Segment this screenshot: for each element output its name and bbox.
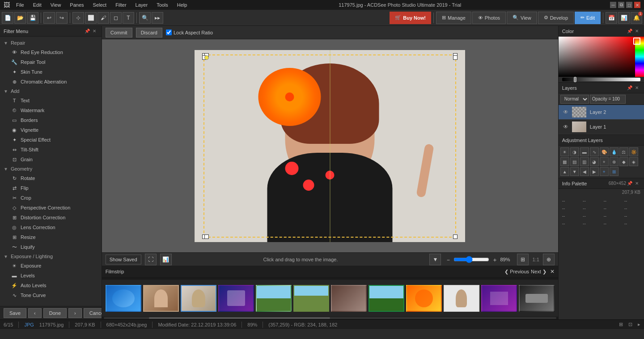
- status-screen-btn[interactable]: ⊞: [619, 322, 623, 327]
- adj-contrast[interactable]: ◑: [570, 147, 579, 156]
- adj-more7[interactable]: ◀: [580, 167, 589, 176]
- commit-button[interactable]: Commit: [106, 28, 132, 38]
- toolbar-select[interactable]: ⊹: [72, 12, 84, 24]
- toolbar-redo[interactable]: ↪: [56, 12, 68, 24]
- next-button[interactable]: ›: [68, 308, 82, 318]
- filter-repair-tool[interactable]: 🔧 Repair Tool: [0, 57, 102, 67]
- adj-photo-filter[interactable]: 🔆: [629, 147, 638, 156]
- menu-filter[interactable]: Filter: [113, 1, 129, 8]
- filter-perspective[interactable]: ◇ Perspective Correction: [0, 203, 102, 213]
- save-button[interactable]: Save: [4, 308, 26, 318]
- develop-button[interactable]: ⚙ Develop: [538, 12, 574, 24]
- zoom-out-button[interactable]: －: [445, 256, 452, 263]
- opacity-input[interactable]: [590, 95, 626, 104]
- adj-posterize[interactable]: ▤: [570, 157, 579, 166]
- adj-hue[interactable]: 🎨: [600, 147, 609, 156]
- adj-levels[interactable]: ▬: [580, 147, 589, 156]
- canvas-area[interactable]: [102, 39, 558, 252]
- filter-vignette[interactable]: ◉ Vignette: [0, 125, 102, 135]
- thumb-2[interactable]: [143, 285, 179, 312]
- view-button[interactable]: 🔍 View: [507, 12, 537, 24]
- thumb-12[interactable]: [519, 285, 555, 312]
- cancel-button[interactable]: Cancel: [84, 308, 102, 318]
- menu-help[interactable]: Help: [174, 1, 190, 8]
- thumb-5[interactable]: [256, 285, 292, 312]
- thumb-1[interactable]: [106, 285, 141, 312]
- menu-panes[interactable]: Panes: [67, 1, 86, 8]
- section-geometry[interactable]: ▼ Geometry: [0, 164, 102, 173]
- filter-crop[interactable]: ✂ Crop: [0, 193, 102, 203]
- menu-tools[interactable]: Tools: [154, 1, 171, 8]
- adj-add-2[interactable]: ⊞: [610, 167, 619, 176]
- thumb-4[interactable]: [218, 285, 254, 312]
- filter-watermark[interactable]: © Watermark: [0, 105, 102, 115]
- filter-skin-tune[interactable]: ✦ Skin Tune: [0, 67, 102, 77]
- color-gradient-area[interactable]: [559, 37, 644, 77]
- info-close[interactable]: ✕: [633, 180, 640, 187]
- panel-close-button[interactable]: ✕: [91, 28, 98, 35]
- next-image-button[interactable]: Next ❯: [531, 269, 547, 275]
- menu-file[interactable]: File: [13, 1, 27, 8]
- adj-more3[interactable]: ◆: [619, 157, 628, 166]
- toolbar-brush[interactable]: 🖌: [97, 12, 109, 24]
- adj-curves[interactable]: ∿: [590, 147, 599, 156]
- toolbar-save[interactable]: 💾: [27, 12, 38, 24]
- toolbar-notifications[interactable]: 🔔1: [631, 12, 642, 24]
- status-more-btn[interactable]: ▸: [638, 322, 640, 327]
- status-pane-btn[interactable]: ⊡: [628, 322, 632, 327]
- thumb-3[interactable]: [181, 285, 216, 312]
- adj-more6[interactable]: ▼: [570, 167, 579, 176]
- adj-more8[interactable]: ▶: [590, 167, 599, 176]
- menu-view[interactable]: View: [48, 1, 64, 8]
- zoom-fit-button[interactable]: ⊞: [517, 254, 529, 265]
- color-slider-thumb[interactable]: [574, 77, 576, 82]
- adj-selective-color[interactable]: ◕: [590, 157, 599, 166]
- thumb-10[interactable]: [444, 285, 479, 312]
- toolbar-crop[interactable]: ⬜: [85, 12, 97, 24]
- filter-chromatic-aberration[interactable]: ⊕ Chromatic Aberration: [0, 77, 102, 87]
- info-pin[interactable]: 📌: [626, 180, 633, 187]
- done-button[interactable]: Done: [43, 308, 67, 318]
- minimize-button[interactable]: ─: [610, 2, 616, 8]
- color-picker-cursor[interactable]: [633, 38, 640, 45]
- buy-button[interactable]: 🛒 Buy Now!: [390, 12, 431, 24]
- toolbar-graph[interactable]: 📊: [618, 12, 630, 24]
- toolbar-text[interactable]: T: [123, 12, 134, 24]
- layer-item-2[interactable]: 👁 Layer 2: [559, 105, 644, 120]
- menu-layer[interactable]: Layer: [133, 1, 151, 8]
- filter-flip[interactable]: ⇄ Flip: [0, 183, 102, 193]
- menu-select[interactable]: Select: [90, 1, 110, 8]
- show-saved-button[interactable]: Show Saved: [106, 255, 141, 264]
- menu-edit[interactable]: Edit: [30, 1, 44, 8]
- filter-exposure[interactable]: ☀ Exposure: [0, 261, 102, 271]
- lock-checkbox-input[interactable]: [166, 29, 172, 35]
- maximize-button[interactable]: □: [626, 2, 632, 8]
- adj-add[interactable]: +: [600, 167, 609, 176]
- zoom-options[interactable]: ⊕: [543, 254, 555, 265]
- adj-more1[interactable]: +: [600, 157, 609, 166]
- thumb-6[interactable]: [293, 285, 329, 312]
- edit-button[interactable]: ✏ Edit: [575, 12, 601, 24]
- histogram-button[interactable]: 📊: [160, 254, 172, 265]
- toolbar-new[interactable]: 📄: [2, 12, 13, 24]
- thumb-11[interactable]: [481, 285, 517, 312]
- filter-distortion[interactable]: ⊞ Distortion Correction: [0, 213, 102, 222]
- filter-levels[interactable]: ▬ Levels: [0, 271, 102, 280]
- lock-aspect-ratio-label[interactable]: Lock Aspect Ratio: [166, 29, 213, 35]
- discard-button[interactable]: Discard: [136, 28, 162, 38]
- filter-red-eye[interactable]: 👁 Red Eye Reduction: [0, 47, 102, 57]
- filter-text[interactable]: T Text: [0, 96, 102, 105]
- toolbar-calendar[interactable]: 📅: [606, 12, 617, 24]
- filter-grain[interactable]: ⊡ Grain: [0, 155, 102, 164]
- close-button[interactable]: ✕: [634, 2, 640, 8]
- filter-tone-curve[interactable]: ∿ Tone Curve: [0, 290, 102, 300]
- fullscreen-button[interactable]: ⛶: [145, 254, 157, 265]
- adj-gradient-map[interactable]: ▦: [560, 157, 569, 166]
- adj-color-balance[interactable]: ⚖: [619, 147, 628, 156]
- adj-brightness[interactable]: ☀: [560, 147, 569, 156]
- filter-resize[interactable]: ⊞ Resize: [0, 232, 102, 242]
- restore-button[interactable]: ⧉: [618, 2, 624, 8]
- layer-2-eye-icon[interactable]: 👁: [562, 109, 569, 116]
- toolbar-open[interactable]: 📂: [14, 12, 26, 24]
- prev-button[interactable]: ‹: [28, 308, 42, 318]
